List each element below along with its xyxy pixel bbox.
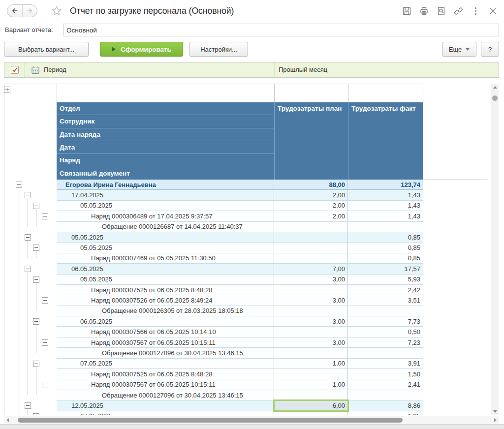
cell-fact[interactable]: 3,91	[348, 359, 423, 368]
cell-plan[interactable]	[274, 348, 348, 358]
cell-label[interactable]: 05.05.2025	[57, 243, 274, 252]
header-cell[interactable]: Наряд	[57, 153, 274, 166]
period-filter-name[interactable]: Период	[44, 62, 66, 77]
more-menu-button[interactable]	[470, 5, 481, 16]
vertical-scroll-thumb[interactable]	[492, 95, 498, 101]
report-row[interactable]: 07.05.20251,003,91	[57, 359, 423, 369]
favorite-star-icon[interactable]	[50, 4, 63, 17]
header-cell[interactable]: Сотрудник	[57, 115, 274, 127]
collapse-toggle[interactable]	[25, 402, 31, 409]
period-filter-value[interactable]: Прошлый месяц	[279, 62, 327, 77]
collapse-toggle[interactable]	[25, 234, 31, 241]
collapse-toggle[interactable]	[25, 192, 31, 198]
header-cell[interactable]: Дата наряда	[57, 128, 274, 141]
generate-button[interactable]: Сформировать	[100, 42, 183, 57]
cell-plan[interactable]	[274, 369, 348, 379]
cell-label[interactable]: 07.05.2025	[57, 359, 274, 368]
report-row[interactable]: Наряд 0000307567 от 06.05.2025 10:15:113…	[57, 337, 423, 348]
cell-plan[interactable]: 6,00	[274, 400, 348, 410]
cell-fact[interactable]	[348, 306, 423, 316]
expand-all-toggle[interactable]	[4, 87, 10, 93]
cell-label[interactable]: Обращение 0000127096 от 30.04.2025 13:46…	[57, 348, 274, 358]
cell-label[interactable]: Обращение 0000126687 от 14.04.2025 11:40…	[57, 222, 274, 232]
scroll-down-arrow[interactable]	[493, 410, 497, 413]
vertical-scrollbar[interactable]	[491, 84, 499, 415]
close-button[interactable]	[487, 5, 498, 16]
cell-fact[interactable]: 1,50	[348, 369, 423, 379]
cell-fact[interactable]	[348, 222, 423, 232]
cell-label[interactable]: 05.05.2025	[57, 275, 274, 284]
cell-label[interactable]: 07.05.2025	[57, 411, 274, 415]
cell-plan[interactable]: 1,00	[274, 379, 348, 389]
cell-label[interactable]: 06.05.2025	[57, 316, 274, 326]
cell-fact[interactable]	[348, 348, 423, 358]
cell-label[interactable]: Наряд 0000307469 от 05.05.2025 11:30:50	[57, 253, 274, 263]
cell-fact[interactable]: 3,51	[348, 295, 423, 305]
collapse-toggle[interactable]	[33, 245, 39, 251]
report-row[interactable]: Наряд 0000307469 от 05.05.2025 11:30:500…	[57, 253, 423, 264]
cell-plan[interactable]: 3,00	[274, 295, 348, 305]
scroll-left-arrow[interactable]	[6, 418, 9, 422]
period-checkbox[interactable]	[11, 66, 19, 74]
report-row[interactable]: Наряд 0000307567 от 06.05.2025 10:15:111…	[57, 379, 423, 390]
print-preview-button[interactable]	[436, 5, 446, 16]
collapse-toggle[interactable]	[33, 413, 39, 415]
cell-label[interactable]: 05.05.2025	[57, 201, 274, 211]
cell-label[interactable]: Обращение 0000127096 от 30.04.2025 13:46…	[57, 390, 274, 400]
cell-fact[interactable]: 1,43	[348, 201, 423, 211]
header-measure-fact[interactable]: Трудозатраты факт	[348, 102, 423, 180]
back-button[interactable]	[7, 5, 22, 17]
scroll-up-arrow[interactable]	[493, 86, 497, 89]
cell-plan[interactable]: 2,00	[274, 211, 348, 221]
settings-button[interactable]: Настройки...	[189, 42, 248, 57]
horizontal-scrollbar[interactable]	[4, 416, 499, 424]
cell-plan[interactable]	[274, 253, 348, 263]
save-button[interactable]	[401, 5, 412, 16]
cell-label[interactable]: Наряд 0000307567 от 06.05.2025 10:15:11	[57, 379, 274, 389]
cell-plan[interactable]	[274, 285, 348, 295]
collapse-toggle[interactable]	[42, 382, 48, 388]
cell-fact[interactable]: 123,74	[348, 180, 423, 189]
cell-plan[interactable]: 2,00	[274, 190, 348, 200]
cell-fact[interactable]: 0,85	[348, 243, 423, 252]
report-row[interactable]: 05.05.20253,005,93	[57, 275, 423, 285]
cell-label[interactable]: Наряд 0000306489 от 17.04.2025 9:37:57	[57, 211, 274, 221]
collapse-toggle[interactable]	[42, 213, 48, 219]
collapse-toggle[interactable]	[16, 182, 22, 188]
report-row[interactable]: Обращение 0000126687 от 14.04.2025 11:40…	[57, 222, 423, 232]
choose-variant-button[interactable]: Выбрать вариант...	[4, 42, 89, 57]
cell-plan[interactable]: 3,00	[274, 275, 348, 284]
collapse-toggle[interactable]	[33, 276, 39, 283]
cell-plan[interactable]: 2,00	[274, 201, 348, 211]
cell-label[interactable]: 17.04.2025	[57, 190, 274, 200]
more-button[interactable]: Еще	[442, 42, 476, 57]
report-row[interactable]: Наряд 0000307566 от 06.05.2025 10:14:100…	[57, 327, 423, 337]
cell-fact[interactable]: 5,93	[348, 275, 423, 284]
report-row[interactable]: Егорова Ирина Геннадьевна88,00123,74	[57, 180, 423, 190]
collapse-toggle[interactable]	[33, 318, 39, 325]
cell-label[interactable]: 05.05.2025	[57, 232, 274, 242]
cell-plan[interactable]: 1,00	[274, 359, 348, 368]
report-row[interactable]: 05.05.20250,85	[57, 232, 423, 243]
cell-label[interactable]: Наряд 0000307525 от 06.05.2025 8:48:28	[57, 285, 274, 295]
cell-fact[interactable]: 8,86	[348, 400, 423, 410]
cell-fact[interactable]: 0,85	[348, 232, 423, 242]
header-measure-plan[interactable]: Трудозатраты план	[274, 102, 348, 180]
report-row[interactable]: Наряд 0000307525 от 06.05.2025 8:48:281,…	[57, 369, 423, 379]
cell-plan[interactable]	[274, 222, 348, 232]
cell-plan[interactable]	[274, 411, 348, 415]
report-row[interactable]: 17.04.20252,001,43	[57, 190, 423, 200]
cell-label[interactable]: Обращение 0000126305 от 28.03.2025 18:05…	[57, 306, 274, 316]
report-row[interactable]: Обращение 0000126305 от 28.03.2025 18:05…	[57, 306, 423, 316]
report-row[interactable]: Обращение 0000127096 от 30.04.2025 13:46…	[57, 348, 423, 358]
scroll-right-arrow[interactable]	[494, 418, 497, 422]
cell-fact[interactable]: 1,43	[348, 190, 423, 200]
report-row[interactable]: Наряд 0000306489 от 17.04.2025 9:37:572,…	[57, 211, 423, 221]
collapse-toggle[interactable]	[33, 361, 39, 367]
cell-label[interactable]: Наряд 0000307567 от 06.05.2025 10:15:11	[57, 337, 274, 347]
cell-label[interactable]: Наряд 0000307526 от 06.05.2025 8:49:24	[57, 295, 274, 305]
cell-fact[interactable]: 7,73	[348, 316, 423, 326]
cell-fact[interactable]: 1,43	[348, 211, 423, 221]
cell-label[interactable]: 06.05.2025	[57, 264, 274, 274]
cell-plan[interactable]	[274, 306, 348, 316]
